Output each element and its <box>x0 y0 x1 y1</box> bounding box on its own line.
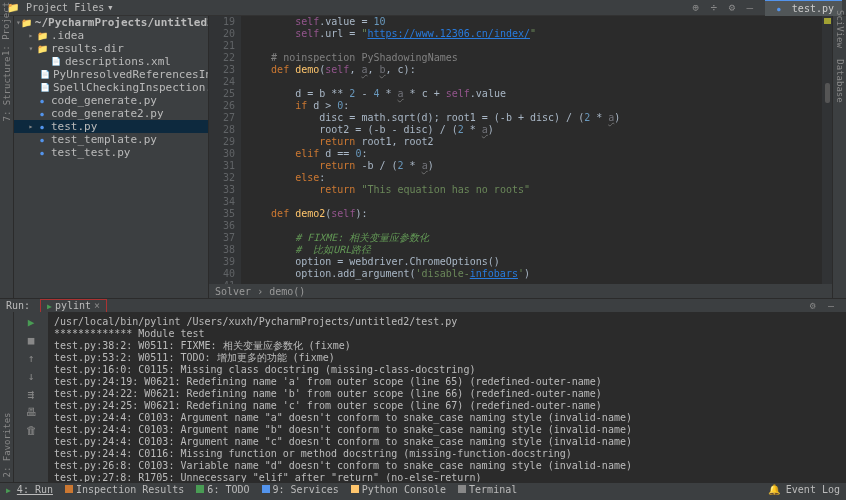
bottom-tool-bar: 4: Run Inspection Results 6: TODO 9: Ser… <box>0 482 846 496</box>
editor[interactable]: 19 20 21 22 23 24 25 26 27 28 29 30 31 3… <box>209 16 832 284</box>
target-icon[interactable]: ⊕ <box>689 1 703 15</box>
project-tree[interactable]: ▾~/PycharmProjects/untitled2 ▸.idea ▾res… <box>14 16 209 298</box>
square-icon <box>351 485 359 493</box>
wrap-icon[interactable]: ⇶ <box>25 388 37 400</box>
item-label: .idea <box>51 29 84 42</box>
run-tool-btn[interactable]: 4: Run <box>6 484 53 495</box>
tree-cg[interactable]: code_generate.py <box>14 94 208 107</box>
crumb-class[interactable]: Solver <box>215 286 251 297</box>
left-tool-strip: 1: Project 7: Structure <box>0 16 14 298</box>
database-tool[interactable]: Database <box>835 59 845 102</box>
right-tool-strip: SciView Database <box>832 16 846 298</box>
folder-icon <box>21 18 32 28</box>
square-icon <box>196 485 204 493</box>
chevron-down-icon: ▼ <box>108 4 112 12</box>
item-label: PyUnresolvedReferencesInspection.xml <box>53 68 209 81</box>
item-label: code_generate.py <box>51 94 157 107</box>
item-label: test_test.py <box>51 146 130 159</box>
gear-icon[interactable]: ⚙ <box>806 299 820 313</box>
collapse-icon[interactable]: ÷ <box>707 1 721 15</box>
run-output[interactable]: /usr/local/bin/pylint /Users/xuxh/Pychar… <box>48 312 846 482</box>
line-gutter: 19 20 21 22 23 24 25 26 27 28 29 30 31 3… <box>209 16 241 284</box>
gear-icon[interactable]: ⚙ <box>725 1 739 15</box>
rerun-icon[interactable]: ▶ <box>25 316 37 328</box>
python-file-icon <box>36 109 48 119</box>
event-icon: 🔔 <box>768 484 780 495</box>
favorites-tool[interactable]: 2: Favorites <box>2 412 12 477</box>
python-file-icon <box>36 96 48 106</box>
up-icon[interactable]: ↑ <box>25 352 37 364</box>
xml-file-icon <box>40 83 50 93</box>
xml-file-icon <box>50 57 62 67</box>
crumb-fn[interactable]: demo() <box>269 286 305 297</box>
status-bar <box>0 496 846 500</box>
stop-icon[interactable]: ■ <box>25 334 37 346</box>
todo-btn[interactable]: 6: TODO <box>196 484 249 495</box>
item-label: descriptions.xml <box>65 55 171 68</box>
hide-icon[interactable]: — <box>824 299 838 313</box>
crumb-sep: › <box>257 286 263 297</box>
item-label: results-dir <box>51 42 124 55</box>
trash-icon[interactable]: 🗑 <box>25 424 37 436</box>
tree-spell[interactable]: SpellCheckingInspection.xml <box>14 81 208 94</box>
square-icon <box>65 485 73 493</box>
item-label: test_template.py <box>51 133 157 146</box>
root-label: ~/PycharmProjects/untitled2 <box>35 16 209 29</box>
run-tab-label: pylint <box>55 300 91 311</box>
sciview-tool[interactable]: SciView <box>835 10 845 48</box>
run-label: Run: <box>6 300 30 311</box>
close-icon[interactable]: × <box>94 300 100 311</box>
item-label: test.py <box>51 120 97 133</box>
project-files-label: Project Files <box>26 2 104 13</box>
tree-template[interactable]: test_template.py <box>14 133 208 146</box>
python-file-icon <box>36 122 48 132</box>
tab-label: test.py <box>792 3 834 14</box>
left-tool-strip-bottom: 2: Favorites <box>0 312 14 482</box>
tree-root[interactable]: ▾~/PycharmProjects/untitled2 <box>14 16 208 29</box>
tree-descriptions[interactable]: descriptions.xml <box>14 55 208 68</box>
xml-file-icon <box>40 70 50 80</box>
python-file-icon <box>36 148 48 158</box>
editor-scrollbar[interactable] <box>822 16 832 284</box>
project-tool[interactable]: 1: Project <box>2 2 12 56</box>
folder-icon <box>36 31 48 41</box>
run-icon <box>47 300 52 311</box>
tree-cg2[interactable]: code_generate2.py <box>14 107 208 120</box>
breadcrumbs[interactable]: Solver›demo() <box>209 284 832 298</box>
run-panel: 2: Favorites ▶ ■ ↑ ↓ ⇶ 🖶 🗑 /usr/local/bi… <box>0 312 846 482</box>
tree-pyunres[interactable]: PyUnresolvedReferencesInspection.xml <box>14 68 208 81</box>
toolbar: 📁 Project Files ▼ ⊕ ÷ ⚙ — test.py <box>0 0 846 16</box>
hide-icon[interactable]: — <box>743 1 757 15</box>
tree-test[interactable]: ▸test.py <box>14 120 208 133</box>
run-tab-pylint[interactable]: pylint × <box>40 299 107 313</box>
code-area[interactable]: self.value = 10 self.url = "https://www.… <box>241 16 832 284</box>
item-label: code_generate2.py <box>51 107 164 120</box>
python-file-icon <box>36 135 48 145</box>
folder-icon <box>36 44 48 54</box>
services-btn[interactable]: 9: Services <box>262 484 339 495</box>
python-file-icon <box>773 3 785 13</box>
pyconsole-btn[interactable]: Python Console <box>351 484 446 495</box>
terminal-btn[interactable]: Terminal <box>458 484 517 495</box>
structure-tool[interactable]: 7: Structure <box>2 56 12 121</box>
play-icon <box>6 484 11 495</box>
item-label: SpellCheckingInspection.xml <box>53 81 209 94</box>
run-tool-gutter: ▶ ■ ↑ ↓ ⇶ 🖶 🗑 <box>14 312 48 482</box>
run-header: Run: pylint × ⚙ — <box>0 298 846 312</box>
tree-idea[interactable]: ▸.idea <box>14 29 208 42</box>
down-icon[interactable]: ↓ <box>25 370 37 382</box>
inspection-btn[interactable]: Inspection Results <box>65 484 184 495</box>
eventlog-btn[interactable]: 🔔 Event Log <box>768 484 840 495</box>
tree-results[interactable]: ▾results-dir <box>14 42 208 55</box>
square-icon <box>262 485 270 493</box>
editor-tab-test[interactable]: test.py <box>765 0 842 16</box>
project-files-dropdown[interactable]: 📁 Project Files ▼ <box>4 1 113 15</box>
tree-testtest[interactable]: test_test.py <box>14 146 208 159</box>
print-icon[interactable]: 🖶 <box>25 406 37 418</box>
square-icon <box>458 485 466 493</box>
